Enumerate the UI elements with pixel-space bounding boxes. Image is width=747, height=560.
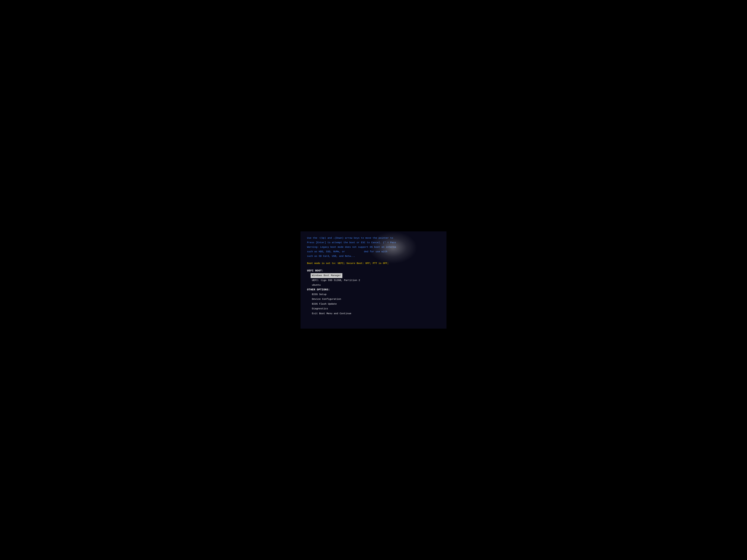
boot-item-exit[interactable]: Exit Boot Menu and Continue — [307, 311, 440, 316]
boot-item-bios-setup[interactable]: BIOS Setup — [307, 292, 440, 297]
boot-item-ubuntu[interactable]: ubuntu — [307, 283, 440, 288]
boot-item-tigo-ssd[interactable]: UEFI: tigo SSD 512GB, Partition 2 — [307, 278, 440, 283]
boot-item-device-config[interactable]: Device Configuration — [307, 297, 440, 302]
info-section: Use the ↑(Up) and ↓(Down) arrow keys to … — [307, 236, 440, 258]
info-line-2: Press [Enter] to attempt the boot or ESC… — [307, 241, 440, 245]
info-line-5: such as SD Card, USB, and Netw... — [307, 255, 440, 258]
info-line-3: Warning: Legacy boot mode does not suppo… — [307, 245, 440, 249]
other-options-section: OTHER OPTIONS: BIOS Setup Device Configu… — [307, 288, 440, 316]
info-line-1: Use the ↑(Up) and ↓(Down) arrow keys to … — [307, 236, 440, 240]
boot-item-windows-boot-manager[interactable]: Windows Boot Manager — [311, 273, 342, 278]
uefi-boot-section: UEFI BOOT: Windows Boot Manager UEFI: ti… — [307, 269, 440, 288]
boot-item-diagnostics[interactable]: Diagnostics — [307, 306, 440, 311]
uefi-boot-header: UEFI BOOT: — [307, 269, 440, 272]
boot-item-bios-flash[interactable]: BIOS Flash Update — [307, 302, 440, 306]
boot-mode-line: Boot mode is set to: UEFI; Secure Boot: … — [307, 262, 440, 265]
other-options-header: OTHER OPTIONS: — [307, 288, 440, 291]
bios-boot-screen: Use the ↑(Up) and ↓(Down) arrow keys to … — [301, 231, 446, 329]
info-line-4: such as HDD, SSD, NVMe, or ded for use w… — [307, 250, 440, 254]
